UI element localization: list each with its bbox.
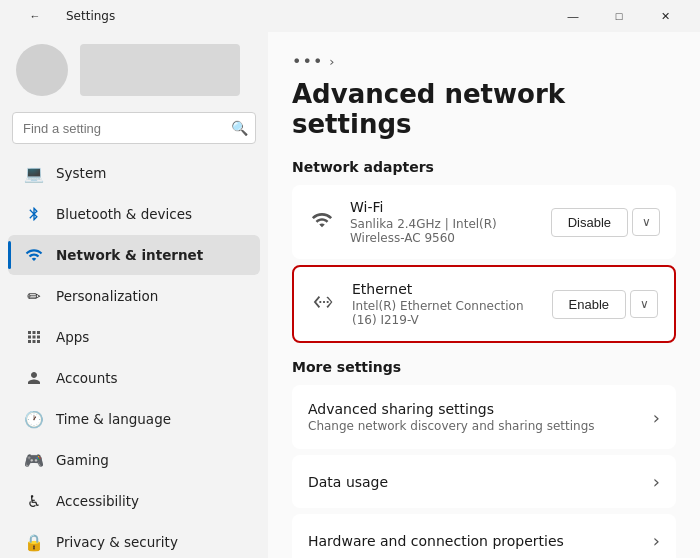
search-box[interactable]: 🔍 — [12, 112, 256, 144]
titlebar-title: Settings — [66, 9, 115, 23]
more-settings-title: More settings — [292, 359, 676, 375]
sidebar-item-personalization-label: Personalization — [56, 288, 158, 304]
sidebar-item-apps[interactable]: Apps — [8, 317, 260, 357]
titlebar-controls: — □ ✕ — [550, 0, 688, 32]
accounts-icon — [24, 368, 44, 388]
titlebar-left: ← Settings — [12, 0, 115, 32]
sidebar-item-privacy[interactable]: 🔒 Privacy & security — [8, 522, 260, 558]
apps-icon — [24, 327, 44, 347]
sharing-settings-title: Advanced sharing settings — [308, 401, 595, 417]
sharing-settings-item[interactable]: Advanced sharing settings Change network… — [292, 385, 676, 449]
ethernet-adapter-info: Ethernet Intel(R) Ethernet Connection (1… — [352, 281, 538, 327]
wifi-adapter-action: Disable ∨ — [551, 208, 660, 237]
data-usage-item[interactable]: Data usage — [292, 455, 676, 508]
sidebar-item-gaming[interactable]: 🎮 Gaming — [8, 440, 260, 480]
sidebar-item-accessibility-label: Accessibility — [56, 493, 139, 509]
main-container: 🔍 💻 System Bluetooth & devices Network &… — [0, 32, 700, 558]
privacy-icon: 🔒 — [24, 532, 44, 552]
sidebar-item-accounts[interactable]: Accounts — [8, 358, 260, 398]
ethernet-enable-button[interactable]: Enable — [552, 290, 626, 319]
close-button[interactable]: ✕ — [642, 0, 688, 32]
personalization-icon: ✏️ — [24, 286, 44, 306]
sidebar-item-accessibility[interactable]: ♿ Accessibility — [8, 481, 260, 521]
time-icon: 🕐 — [24, 409, 44, 429]
sidebar-nav: 💻 System Bluetooth & devices Network & i… — [0, 152, 268, 558]
avatar-placeholder — [80, 44, 240, 96]
ethernet-adapter-action: Enable ∨ — [552, 290, 658, 319]
hardware-settings-item[interactable]: Hardware and connection properties — [292, 514, 676, 558]
ethernet-adapter-card: Ethernet Intel(R) Ethernet Connection (1… — [292, 265, 676, 343]
system-icon: 💻 — [24, 163, 44, 183]
titlebar: ← Settings — □ ✕ — [0, 0, 700, 32]
wifi-disable-button[interactable]: Disable — [551, 208, 628, 237]
back-button[interactable]: ← — [12, 0, 58, 32]
network-icon — [24, 245, 44, 265]
minimize-button[interactable]: — — [550, 0, 596, 32]
wifi-adapter-card: Wi-Fi Sanlika 2.4GHz | Intel(R) Wireless… — [292, 185, 676, 259]
avatar — [16, 44, 68, 96]
maximize-button[interactable]: □ — [596, 0, 642, 32]
ethernet-adapter-item: Ethernet Intel(R) Ethernet Connection (1… — [294, 267, 674, 341]
sidebar-item-network[interactable]: Network & internet — [8, 235, 260, 275]
gaming-icon: 🎮 — [24, 450, 44, 470]
wifi-adapter-info: Wi-Fi Sanlika 2.4GHz | Intel(R) Wireless… — [350, 199, 537, 245]
sidebar-item-time-label: Time & language — [56, 411, 171, 427]
sidebar-item-time[interactable]: 🕐 Time & language — [8, 399, 260, 439]
breadcrumb-dots: ••• — [292, 52, 323, 71]
sharing-chevron-icon — [653, 407, 660, 428]
wifi-icon — [308, 209, 336, 236]
page-title: Advanced network settings — [292, 79, 676, 139]
data-usage-title: Data usage — [308, 474, 388, 490]
search-icon: 🔍 — [231, 120, 248, 136]
network-adapters-title: Network adapters — [292, 159, 676, 175]
ethernet-chevron-button[interactable]: ∨ — [630, 290, 658, 318]
ethernet-adapter-desc: Intel(R) Ethernet Connection (16) I219-V — [352, 299, 538, 327]
sidebar: 🔍 💻 System Bluetooth & devices Network &… — [0, 32, 268, 558]
wifi-chevron-button[interactable]: ∨ — [632, 208, 660, 236]
search-input[interactable] — [12, 112, 256, 144]
ethernet-adapter-name: Ethernet — [352, 281, 538, 297]
sidebar-item-gaming-label: Gaming — [56, 452, 109, 468]
breadcrumb-arrow: › — [329, 54, 334, 69]
wifi-adapter-name: Wi-Fi — [350, 199, 537, 215]
sidebar-item-apps-label: Apps — [56, 329, 89, 345]
ethernet-icon — [310, 291, 338, 318]
sidebar-item-personalization[interactable]: ✏️ Personalization — [8, 276, 260, 316]
wifi-adapter-desc: Sanlika 2.4GHz | Intel(R) Wireless-AC 95… — [350, 217, 537, 245]
hardware-settings-title: Hardware and connection properties — [308, 533, 564, 549]
sidebar-item-system[interactable]: 💻 System — [8, 153, 260, 193]
sharing-settings-desc: Change network discovery and sharing set… — [308, 419, 595, 433]
wifi-adapter-item: Wi-Fi Sanlika 2.4GHz | Intel(R) Wireless… — [292, 185, 676, 259]
sidebar-item-bluetooth-label: Bluetooth & devices — [56, 206, 192, 222]
accessibility-icon: ♿ — [24, 491, 44, 511]
sidebar-item-network-label: Network & internet — [56, 247, 203, 263]
sidebar-item-accounts-label: Accounts — [56, 370, 118, 386]
hardware-chevron-icon — [653, 530, 660, 551]
sidebar-item-system-label: System — [56, 165, 106, 181]
sidebar-item-bluetooth[interactable]: Bluetooth & devices — [8, 194, 260, 234]
sidebar-profile — [0, 32, 268, 112]
sidebar-item-privacy-label: Privacy & security — [56, 534, 178, 550]
bluetooth-icon — [24, 204, 44, 224]
breadcrumb: ••• › — [292, 52, 676, 71]
content-area: ••• › Advanced network settings Network … — [268, 32, 700, 558]
data-chevron-icon — [653, 471, 660, 492]
